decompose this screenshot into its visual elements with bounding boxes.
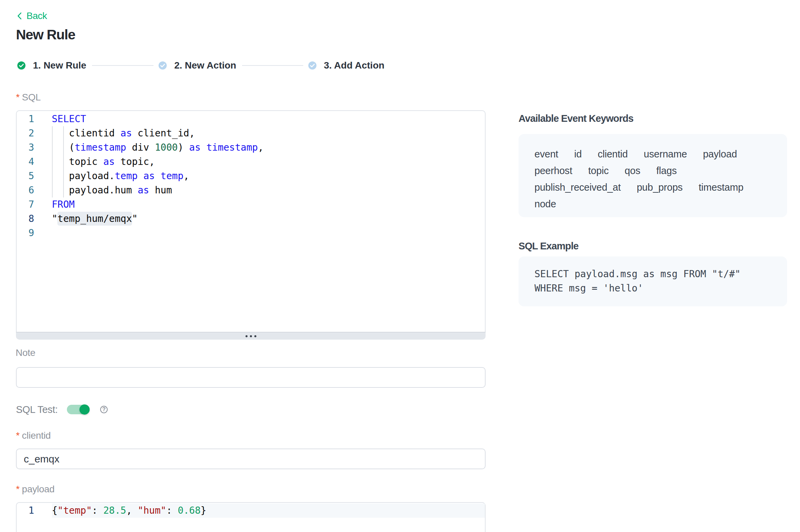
code-line[interactable]: topic as topic,	[52, 155, 485, 169]
code-token: temp	[115, 170, 138, 182]
editor-code-area[interactable]: SELECT clientid as client_id, (timestamp…	[52, 112, 485, 332]
step-connector	[92, 65, 153, 66]
note-field-label: Note	[16, 347, 35, 358]
code-token: "	[52, 213, 58, 224]
sql-field-label: *SQL	[16, 92, 41, 103]
code-token: 0.68	[178, 505, 200, 516]
code-token: as	[143, 170, 155, 182]
editor-surface: 1 {"temp": 28.5, "hum": 0.68}	[17, 503, 485, 532]
required-asterisk: *	[16, 484, 20, 494]
code-token: :	[92, 505, 104, 516]
example-code-line: WHERE msg = 'hello'	[534, 281, 774, 296]
sql-test-row: SQL Test: ?	[16, 404, 108, 415]
sql-editor[interactable]: 123456789 SELECT clientid as client_id, …	[16, 110, 486, 332]
line-number: 2	[17, 126, 52, 140]
event-keyword-item[interactable]: event	[534, 149, 558, 159]
code-token: as	[189, 142, 201, 153]
step-3-label[interactable]: 3. Add Action	[324, 60, 384, 71]
line-number: 8	[17, 212, 52, 226]
editor-surface: 123456789 SELECT clientid as client_id, …	[17, 111, 485, 332]
editor-resize-handle[interactable]	[16, 332, 486, 340]
example-title: SQL Example	[519, 241, 579, 252]
ellipsis-icon	[246, 335, 256, 337]
code-token: timestamp	[75, 142, 126, 153]
code-token: payload.	[52, 170, 115, 182]
required-asterisk: *	[16, 430, 20, 441]
line-number: 5	[17, 169, 52, 183]
event-keyword-item[interactable]: payload	[703, 149, 737, 159]
code-token: :	[166, 505, 178, 516]
line-number: 4	[17, 155, 52, 169]
editor-code-area[interactable]: {"temp": 28.5, "hum": 0.68}	[52, 504, 485, 532]
code-token: clientid	[52, 128, 121, 139]
event-keyword-item[interactable]: flags	[656, 166, 677, 176]
help-icon[interactable]: ?	[100, 406, 108, 413]
event-keyword-item[interactable]: topic	[588, 166, 608, 176]
editor-gutter: 123456789	[17, 112, 52, 332]
code-line[interactable]: payload.hum as hum	[52, 183, 485, 197]
event-keyword-item[interactable]: timestamp	[698, 182, 743, 192]
step-connector	[242, 65, 303, 66]
clientid-field-label: *clientid	[16, 430, 51, 441]
sql-example-box: SELECT payload.msg as msg FROM "t/#"WHER…	[519, 256, 787, 306]
code-line[interactable]: SELECT	[52, 112, 485, 126]
code-line[interactable]: "temp_hum/emqx"	[52, 212, 485, 226]
code-token: topic,	[115, 156, 155, 167]
code-line[interactable]: payload.temp as temp,	[52, 169, 485, 183]
sql-test-toggle[interactable]	[67, 405, 90, 414]
event-keyword-item[interactable]: node	[534, 199, 556, 209]
code-token: timestamp	[206, 142, 258, 153]
code-token: as	[138, 185, 149, 196]
code-token: {	[52, 505, 58, 516]
code-token: FROM	[52, 199, 75, 210]
code-token: "hum"	[138, 505, 166, 516]
line-number: 1	[17, 112, 52, 126]
chevron-left-icon	[18, 12, 21, 20]
steps-bar: 1. New Rule 2. New Action 3. Add Action	[17, 61, 384, 70]
event-keyword-item[interactable]: peerhost	[534, 166, 572, 176]
event-keyword-item[interactable]: publish_received_at	[534, 182, 621, 192]
code-token: "	[132, 213, 138, 224]
code-token: "temp"	[57, 505, 92, 516]
code-token	[138, 170, 143, 182]
code-line[interactable]	[52, 226, 485, 240]
code-token: ,	[183, 170, 189, 182]
keywords-box: eventidclientidusernamepayloadpeerhostto…	[519, 134, 787, 217]
clientid-input[interactable]	[16, 449, 486, 469]
code-token: ,	[258, 142, 263, 153]
event-keyword-item[interactable]: qos	[625, 166, 640, 176]
code-token: temp_hum/emqx	[57, 212, 132, 226]
clientid-label-text: clientid	[22, 430, 51, 441]
required-asterisk: *	[16, 92, 20, 102]
event-keyword-item[interactable]: pub_props	[637, 182, 683, 192]
event-keyword-item[interactable]: id	[574, 149, 582, 159]
step-2-check-icon	[159, 61, 167, 70]
code-line[interactable]: FROM	[52, 197, 485, 212]
code-token: hum	[149, 185, 172, 196]
code-line[interactable]: clientid as client_id,	[52, 126, 485, 140]
sql-test-label: SQL Test:	[16, 404, 58, 415]
payload-editor[interactable]: 1 {"temp": 28.5, "hum": 0.68}	[16, 502, 486, 532]
line-number: 7	[17, 197, 52, 212]
keywords-title: Available Event Keywords	[519, 113, 633, 124]
step-1-check-icon	[17, 61, 25, 70]
note-input[interactable]	[16, 367, 486, 388]
sql-label-text: SQL	[22, 92, 41, 102]
code-token	[201, 142, 206, 153]
code-token: as	[103, 156, 115, 167]
line-number: 1	[17, 504, 52, 518]
code-token: )	[178, 142, 189, 153]
code-token: temp	[161, 170, 183, 182]
step-1-label[interactable]: 1. New Rule	[33, 60, 86, 71]
event-keyword-item[interactable]: username	[644, 149, 687, 159]
payload-field-label: *payload	[16, 484, 55, 495]
code-line[interactable]: {"temp": 28.5, "hum": 0.68}	[52, 504, 485, 518]
step-2-label[interactable]: 2. New Action	[174, 60, 236, 71]
code-token: 1000	[155, 142, 178, 153]
event-keyword-item[interactable]: clientid	[598, 149, 628, 159]
code-line[interactable]: (timestamp div 1000) as timestamp,	[52, 140, 485, 155]
example-code-line: SELECT payload.msg as msg FROM "t/#"	[534, 267, 774, 281]
code-token: div	[126, 142, 155, 153]
step-3-check-icon	[308, 61, 316, 70]
back-button[interactable]: Back	[18, 11, 47, 21]
